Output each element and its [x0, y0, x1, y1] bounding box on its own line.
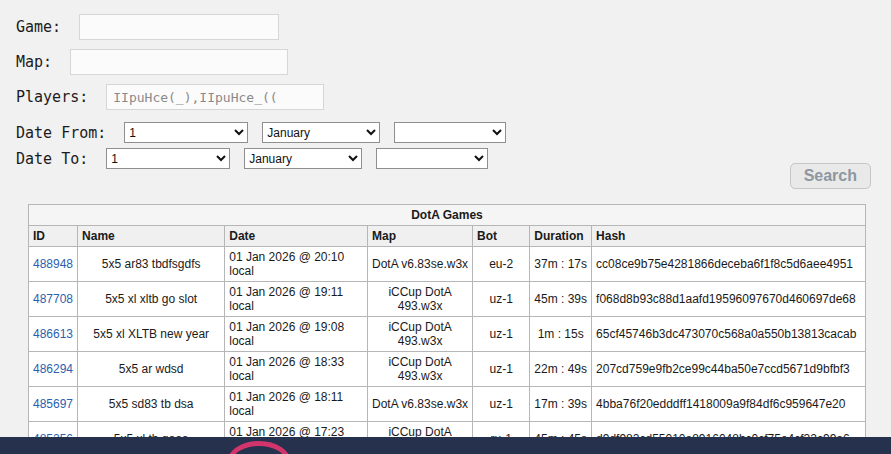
id-cell: 486613: [29, 317, 78, 352]
hash-cell: 207cd759e9fb2ce99c44ba50e7ccd5671d9bfbf3: [592, 352, 866, 387]
table-row: 4862945x5 ar wdsd01 Jan 2026 @ 18:33 loc…: [29, 352, 866, 387]
date-to-month-select[interactable]: January: [244, 148, 362, 169]
column-header-id: ID: [29, 226, 78, 247]
bot-cell: eu-2: [473, 247, 530, 282]
date-cell: 01 Jan 2026 @ 18:11 local: [225, 387, 368, 422]
dota-games-table: DotA Games IDNameDateMapBotDurationHash …: [28, 204, 866, 454]
hash-cell: 4bba76f20edddff1418009a9f84df6c959647e20: [592, 387, 866, 422]
hash-cell: 65cf45746b3dc473070c568a0a550b13813cacab: [592, 317, 866, 352]
id-cell: 485697: [29, 387, 78, 422]
date-cell: 01 Jan 2026 @ 18:33 local: [225, 352, 368, 387]
table-row: 4866135x5 xl XLTB new year01 Jan 2026 @ …: [29, 317, 866, 352]
table-row: 4877085x5 xl xltb go slot01 Jan 2026 @ 1…: [29, 282, 866, 317]
hash-cell: cc08ce9b75e4281866deceba6f1f8c5d6aee4951: [592, 247, 866, 282]
column-header-hash: Hash: [592, 226, 866, 247]
game-label: Game:: [16, 18, 61, 36]
date-from-year-select[interactable]: [394, 122, 506, 143]
games-table-body: 4889485x5 ar83 tbdfsgdfs01 Jan 2026 @ 20…: [29, 247, 866, 454]
players-row: Players:: [16, 84, 891, 110]
column-header-bot: Bot: [473, 226, 530, 247]
column-header-map: Map: [368, 226, 473, 247]
game-row: Game:: [16, 14, 891, 40]
game-id-link[interactable]: 488948: [33, 257, 73, 271]
footer-bar: [0, 437, 891, 454]
column-header-name: Name: [78, 226, 225, 247]
players-input[interactable]: [106, 84, 324, 110]
table-title-row: DotA Games: [29, 205, 866, 226]
column-header-duration: Duration: [530, 226, 592, 247]
name-cell: 5x5 ar83 tbdfsgdfs: [78, 247, 225, 282]
hash-cell: f068d8b93c88d1aafd19596097670d460697de68: [592, 282, 866, 317]
duration-cell: 22m : 49s: [530, 352, 592, 387]
date-to-day-select[interactable]: 1: [106, 148, 230, 169]
date-from-label: Date From:: [16, 124, 106, 142]
players-label: Players:: [16, 88, 88, 106]
games-table-head: DotA Games IDNameDateMapBotDurationHash: [29, 205, 866, 247]
game-id-link[interactable]: 486294: [33, 362, 73, 376]
game-id-link[interactable]: 485697: [33, 397, 73, 411]
date-cell: 01 Jan 2026 @ 19:08 local: [225, 317, 368, 352]
duration-cell: 1m : 15s: [530, 317, 592, 352]
game-search-form: Game: Map: Players: Date From: 1 January…: [0, 0, 891, 169]
map-cell: DotA v6.83se.w3x: [368, 387, 473, 422]
bot-cell: uz-1: [473, 282, 530, 317]
id-cell: 486294: [29, 352, 78, 387]
name-cell: 5x5 xl xltb go slot: [78, 282, 225, 317]
bot-cell: uz-1: [473, 352, 530, 387]
name-cell: 5x5 sd83 tb dsa: [78, 387, 225, 422]
id-cell: 488948: [29, 247, 78, 282]
date-from-row: Date From: 1 January: [16, 122, 891, 143]
date-from-day-select[interactable]: 1: [124, 122, 248, 143]
date-cell: 01 Jan 2026 @ 19:11 local: [225, 282, 368, 317]
map-row: Map:: [16, 49, 891, 75]
map-cell: iCCup DotA 493.w3x: [368, 282, 473, 317]
table-row: 4889485x5 ar83 tbdfsgdfs01 Jan 2026 @ 20…: [29, 247, 866, 282]
search-button[interactable]: Search: [790, 163, 871, 189]
map-cell: iCCup DotA 493.w3x: [368, 317, 473, 352]
date-cell: 01 Jan 2026 @ 20:10 local: [225, 247, 368, 282]
map-cell: DotA v6.83se.w3x: [368, 247, 473, 282]
bot-cell: uz-1: [473, 387, 530, 422]
game-input[interactable]: [79, 14, 279, 40]
id-cell: 487708: [29, 282, 78, 317]
column-header-date: Date: [225, 226, 368, 247]
duration-cell: 17m : 39s: [530, 387, 592, 422]
name-cell: 5x5 xl XLTB new year: [78, 317, 225, 352]
table-title: DotA Games: [29, 205, 866, 226]
name-cell: 5x5 ar wdsd: [78, 352, 225, 387]
bot-cell: uz-1: [473, 317, 530, 352]
date-from-month-select[interactable]: January: [262, 122, 380, 143]
game-id-link[interactable]: 486613: [33, 327, 73, 341]
date-to-year-select[interactable]: [376, 148, 488, 169]
map-cell: iCCup DotA 493.w3x: [368, 352, 473, 387]
game-id-link[interactable]: 487708: [33, 292, 73, 306]
date-to-label: Date To:: [16, 150, 88, 168]
duration-cell: 45m : 39s: [530, 282, 592, 317]
date-to-row: Date To: 1 January: [16, 148, 891, 169]
map-input[interactable]: [70, 49, 288, 75]
map-label: Map:: [16, 53, 52, 71]
duration-cell: 37m : 17s: [530, 247, 592, 282]
games-table-header-row: IDNameDateMapBotDurationHash: [29, 226, 866, 247]
table-row: 4856975x5 sd83 tb dsa01 Jan 2026 @ 18:11…: [29, 387, 866, 422]
